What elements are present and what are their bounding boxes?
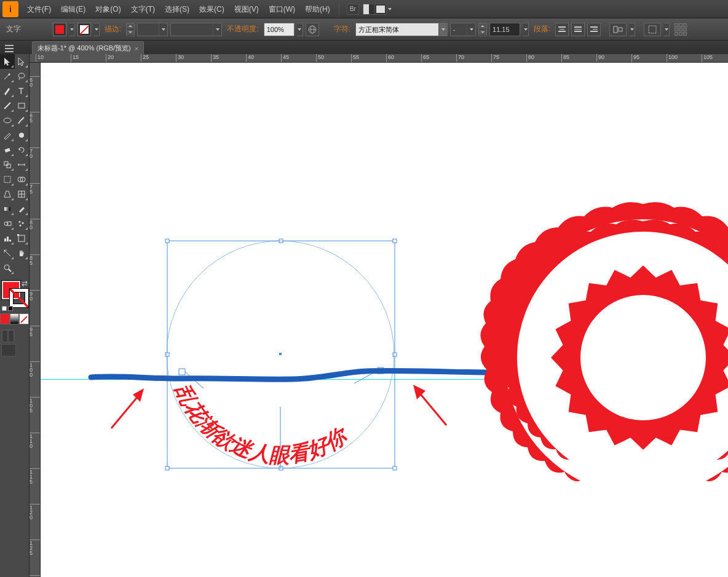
ruler-tick: 100: [30, 361, 41, 377]
menu-select[interactable]: 选择(S): [160, 0, 194, 18]
blob-brush-tool[interactable]: [15, 128, 30, 143]
pencil-tool[interactable]: [0, 128, 15, 143]
artboard-icon: [17, 234, 26, 243]
eyedropper-tool[interactable]: [15, 202, 30, 216]
fill-dropdown[interactable]: [69, 23, 75, 36]
swap-fill-stroke-icon[interactable]: ⇄: [22, 279, 28, 288]
stroke-dropdown[interactable]: [93, 23, 100, 36]
width-icon: [17, 160, 26, 170]
shape-builder-tool[interactable]: [15, 172, 30, 187]
transform-panel-button[interactable]: [644, 23, 661, 36]
fill-swatch[interactable]: [53, 23, 66, 36]
hand-tool[interactable]: [15, 246, 30, 261]
ruler-tick: 20: [106, 54, 114, 63]
svg-point-25: [22, 222, 24, 224]
menu-effect[interactable]: 效果(C): [194, 0, 229, 18]
svg-rect-5: [649, 26, 656, 33]
opacity-dropdown[interactable]: [297, 23, 303, 36]
font-size-spinner[interactable]: [478, 23, 487, 36]
stroke-swatch[interactable]: [77, 23, 91, 36]
handle-se[interactable]: [393, 466, 397, 470]
ellipse-tool[interactable]: [0, 113, 15, 128]
ruler-tick: 55: [351, 54, 359, 63]
stroke-indicator[interactable]: [10, 289, 28, 307]
menu-window[interactable]: 窗口(W): [264, 0, 300, 18]
draw-normal-icon[interactable]: [2, 330, 8, 342]
gradient-mode-button[interactable]: [10, 313, 20, 324]
align-center-button[interactable]: [571, 23, 585, 36]
handle-nw[interactable]: [165, 239, 169, 243]
default-fill-stroke[interactable]: [2, 306, 13, 311]
vertical-ruler[interactable]: 6065707580859095100105110115120125130: [30, 63, 41, 577]
free-transform-tool[interactable]: [0, 172, 15, 187]
ruler-tick: 40: [246, 54, 254, 63]
menu-edit[interactable]: 编辑(E): [56, 0, 90, 18]
magic-wand-icon: [2, 71, 12, 81]
horizontal-ruler[interactable]: 1015202530354045505560657075808590951001…: [30, 54, 728, 63]
font-family-select[interactable]: 方正粗宋简体: [355, 23, 448, 36]
direct-selection-icon: [17, 57, 26, 66]
screen-mode[interactable]: [363, 4, 392, 15]
mesh-tool[interactable]: [15, 187, 30, 202]
magic-wand-tool[interactable]: [0, 69, 15, 84]
align-right-button[interactable]: [587, 23, 601, 36]
none-mode-button[interactable]: [19, 313, 29, 324]
font-size-input[interactable]: [489, 23, 520, 36]
zoom-tool[interactable]: [0, 261, 15, 275]
lasso-tool[interactable]: [15, 69, 30, 84]
eraser-tool[interactable]: [0, 143, 15, 157]
app-icon: i: [2, 1, 18, 17]
align-left-button[interactable]: [555, 23, 569, 36]
tab-close-button[interactable]: ×: [135, 45, 138, 52]
document-tab[interactable]: 未标题-1* @ 400% (RGB/预览) ×: [32, 41, 144, 55]
bridge-button[interactable]: Br: [347, 4, 359, 15]
stroke-profile-select[interactable]: [170, 23, 222, 36]
opacity-value[interactable]: 100%: [264, 23, 295, 36]
paintbrush-tool[interactable]: [15, 113, 30, 128]
font-style-select[interactable]: -: [450, 23, 476, 36]
font-size-dropdown[interactable]: [523, 23, 529, 36]
arrow-right: [413, 385, 446, 425]
line-tool[interactable]: [0, 98, 15, 113]
canvas[interactable]: 乱花渐欲迷人眼看好你 好好学习天天向 Baidu 经验 jingy: [41, 63, 728, 577]
menu-object[interactable]: 对象(O): [90, 0, 125, 18]
slice-tool[interactable]: [0, 246, 15, 261]
selection-tool[interactable]: [0, 54, 15, 69]
width-tool[interactable]: [15, 157, 30, 172]
handle-e[interactable]: [393, 353, 397, 356]
transform-dropdown[interactable]: [663, 23, 670, 36]
direct-selection-tool[interactable]: [15, 54, 30, 69]
fill-stroke-indicator[interactable]: ⇄: [0, 279, 30, 311]
align-panel-dropdown[interactable]: [629, 23, 635, 36]
handle-ne[interactable]: [393, 239, 397, 243]
recolor-button[interactable]: [306, 23, 319, 36]
menu-view[interactable]: 视图(V): [229, 0, 264, 18]
gradient-tool[interactable]: [0, 202, 15, 216]
menu-help[interactable]: 帮助(H): [300, 0, 335, 18]
transform-icon: [648, 25, 657, 34]
blend-tool[interactable]: [0, 216, 15, 231]
stroke-weight-spinner[interactable]: [126, 23, 135, 36]
align-panel-button[interactable]: [609, 23, 627, 36]
menu-file[interactable]: 文件(F): [22, 0, 56, 18]
column-graph-tool[interactable]: [0, 231, 15, 246]
draw-behind-icon[interactable]: [8, 330, 14, 342]
handle-sw[interactable]: [165, 466, 169, 470]
perspective-tool[interactable]: [0, 187, 15, 202]
scale-tool[interactable]: [0, 157, 15, 172]
handle-w[interactable]: [165, 353, 169, 356]
symbol-sprayer-tool[interactable]: [15, 216, 30, 231]
pen-tool[interactable]: [0, 84, 15, 98]
path-in-port[interactable]: [179, 369, 185, 375]
rotate-tool[interactable]: [15, 143, 30, 157]
preferences-grid-icon[interactable]: [675, 23, 687, 36]
panel-menu-icon[interactable]: [2, 43, 16, 54]
color-mode-button[interactable]: [0, 313, 10, 324]
path-text[interactable]: 乱花渐欲迷人眼看好你: [172, 380, 353, 466]
rectangle-tool[interactable]: [15, 98, 30, 113]
type-tool[interactable]: T: [15, 84, 30, 98]
stroke-weight-select[interactable]: [137, 23, 168, 36]
screen-mode-icon[interactable]: [1, 344, 16, 356]
artboard-tool[interactable]: [15, 231, 30, 246]
menu-type[interactable]: 文字(T): [126, 0, 160, 18]
